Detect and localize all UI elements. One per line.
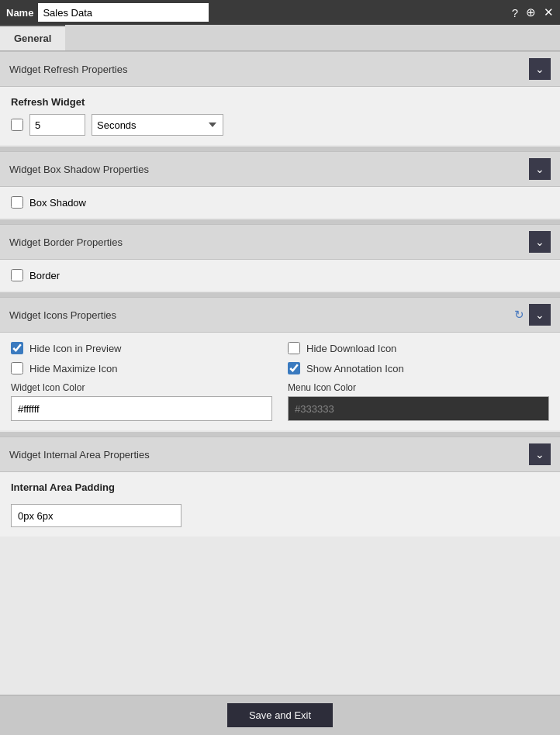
hide-download-icon-label: Hide Download Icon xyxy=(306,343,396,354)
section-refresh-header: Widget Refresh Properties ⌄ xyxy=(0,51,560,87)
box-shadow-row: Box Shadow xyxy=(11,196,549,209)
bottom-spacer xyxy=(0,538,560,554)
main-scroll-area[interactable]: Widget Refresh Properties ⌄ Refresh Widg… xyxy=(0,51,560,695)
widget-icon-color-input[interactable] xyxy=(11,396,272,421)
name-label: Name xyxy=(6,7,33,19)
section-box-shadow-title: Widget Box Shadow Properties xyxy=(9,164,529,175)
tabs-bar: General xyxy=(0,25,560,51)
name-input[interactable] xyxy=(38,3,209,22)
border-checkbox[interactable] xyxy=(11,269,23,281)
section-icons: Widget Icons Properties ↻ ⌄ Hide Icon in… xyxy=(0,297,560,430)
section-icons-header: Widget Icons Properties ↻ ⌄ xyxy=(0,297,560,333)
box-shadow-label: Box Shadow xyxy=(29,197,86,209)
section-icons-collapse[interactable]: ⌄ xyxy=(529,304,551,326)
refresh-number-input[interactable] xyxy=(29,114,85,136)
section-refresh-collapse[interactable]: ⌄ xyxy=(529,58,551,80)
border-label: Border xyxy=(29,270,60,281)
move-icon[interactable]: ⊕ xyxy=(526,5,536,19)
section-border: Widget Border Properties ⌄ Border xyxy=(0,224,560,291)
refresh-row: Seconds Minutes Hours xyxy=(11,114,549,136)
close-icon[interactable]: ✕ xyxy=(544,5,554,19)
section-box-shadow-collapse[interactable]: ⌄ xyxy=(529,158,551,180)
section-box-shadow: Widget Box Shadow Properties ⌄ Box Shado… xyxy=(0,151,560,218)
section-refresh-title: Widget Refresh Properties xyxy=(9,64,529,75)
box-shadow-checkbox[interactable] xyxy=(11,196,23,209)
section-box-shadow-body: Box Shadow xyxy=(0,187,560,218)
widget-icon-color-label: Widget Icon Color xyxy=(11,382,272,393)
show-annotation-icon-label: Show Annotation Icon xyxy=(306,363,404,374)
title-bar-icons: ? ⊕ ✕ xyxy=(512,5,554,19)
refresh-icon[interactable]: ↻ xyxy=(514,308,524,322)
section-icons-body: Hide Icon in Preview Hide Download Icon … xyxy=(0,333,560,430)
widget-icon-color-group: Widget Icon Color xyxy=(11,382,272,421)
icons-checkbox-grid: Hide Icon in Preview Hide Download Icon … xyxy=(11,342,549,374)
hide-icon-preview-checkbox[interactable] xyxy=(11,342,23,354)
section-border-collapse[interactable]: ⌄ xyxy=(529,231,551,253)
hide-icon-preview-label: Hide Icon in Preview xyxy=(29,343,122,354)
section-internal-area-body: Internal Area Padding xyxy=(0,472,560,537)
section-box-shadow-header: Widget Box Shadow Properties ⌄ xyxy=(0,151,560,187)
menu-icon-color-group: Menu Icon Color xyxy=(288,382,549,421)
section-border-body: Border xyxy=(0,260,560,291)
hide-download-icon-item: Hide Download Icon xyxy=(288,342,549,354)
border-row: Border xyxy=(11,269,549,281)
hide-maximize-icon-item: Hide Maximize Icon xyxy=(11,362,272,374)
section-internal-area: Widget Internal Area Properties ⌄ Intern… xyxy=(0,437,560,537)
section-internal-area-title: Widget Internal Area Properties xyxy=(9,449,529,461)
show-annotation-icon-item: Show Annotation Icon xyxy=(288,362,549,374)
hide-maximize-icon-checkbox[interactable] xyxy=(11,362,23,374)
section-border-header: Widget Border Properties ⌄ xyxy=(0,224,560,260)
hide-download-icon-checkbox[interactable] xyxy=(288,342,300,354)
tab-general[interactable]: General xyxy=(0,25,65,50)
hide-icon-preview-item: Hide Icon in Preview xyxy=(11,342,272,354)
section-icons-extras: ↻ ⌄ xyxy=(514,304,551,326)
section-refresh: Widget Refresh Properties ⌄ Refresh Widg… xyxy=(0,51,560,145)
save-exit-button[interactable]: Save and Exit xyxy=(227,703,333,727)
refresh-checkbox[interactable] xyxy=(11,119,23,131)
help-icon[interactable]: ? xyxy=(512,6,518,19)
menu-icon-color-label: Menu Icon Color xyxy=(288,382,549,393)
footer: Save and Exit xyxy=(0,695,560,735)
section-internal-area-header: Widget Internal Area Properties ⌄ xyxy=(0,437,560,472)
title-bar: Name ? ⊕ ✕ xyxy=(0,0,560,25)
section-internal-area-collapse[interactable]: ⌄ xyxy=(529,443,551,465)
hide-maximize-icon-label: Hide Maximize Icon xyxy=(29,363,117,374)
internal-area-padding-input[interactable] xyxy=(11,504,181,527)
color-row: Widget Icon Color Menu Icon Color xyxy=(11,382,549,421)
refresh-select[interactable]: Seconds Minutes Hours xyxy=(92,114,223,136)
internal-area-padding-label: Internal Area Padding xyxy=(11,481,549,493)
refresh-widget-label: Refresh Widget xyxy=(11,96,549,108)
show-annotation-icon-checkbox[interactable] xyxy=(288,362,300,374)
section-border-title: Widget Border Properties xyxy=(9,236,529,248)
section-refresh-body: Refresh Widget Seconds Minutes Hours xyxy=(0,87,560,145)
section-icons-title: Widget Icons Properties xyxy=(9,309,514,321)
menu-icon-color-input[interactable] xyxy=(288,396,549,421)
